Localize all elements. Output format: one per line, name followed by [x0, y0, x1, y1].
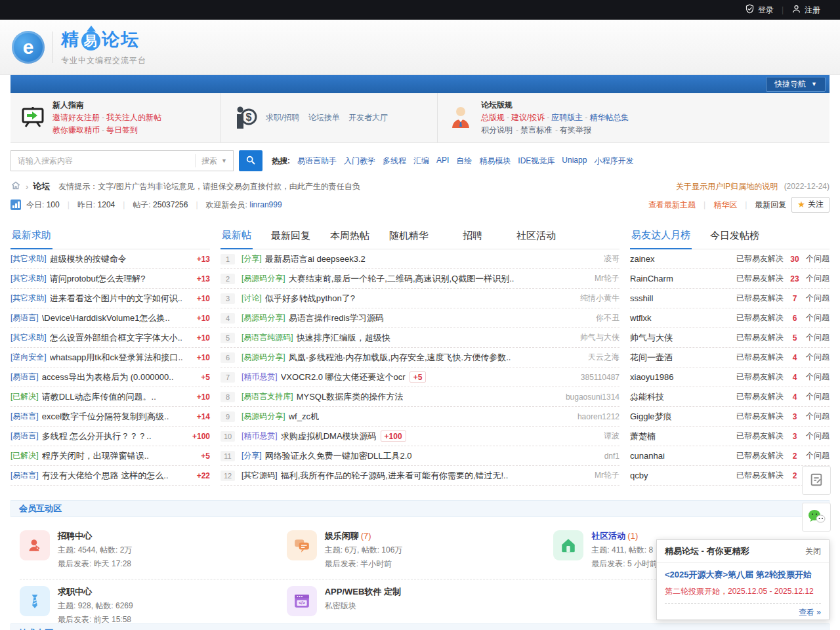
rank-list-item[interactable]: 尛能科技 已帮易友解决 4 个问题	[630, 387, 830, 407]
rank-username[interactable]: Giggle梦痕	[630, 411, 672, 423]
help-list-item[interactable]: [易语言] excel数字千位分隔符复制到高级.. +14	[10, 407, 210, 427]
rank-username[interactable]: qcby	[630, 471, 648, 480]
post-list-item[interactable]: 6 [易源码分享] 凤凰-多线程池-内存加载版,内存安全,速度飞快.方便传参数.…	[220, 348, 620, 368]
rank-username[interactable]: 帅气与大侠	[630, 332, 673, 344]
wechat-widget-button[interactable]	[802, 503, 831, 532]
hot-search-link[interactable]: 汇编	[413, 156, 429, 167]
earn-coins-link[interactable]: 教你赚取精币	[52, 125, 100, 135]
help-list-item[interactable]: [已解决] 请教DLL动态库传值的问题。.. +10	[10, 387, 210, 407]
home-icon[interactable]	[10, 180, 21, 192]
post-list-item[interactable]: 12 [其它源码] 福利,我所有作品的轮子源码,进来看可能有你需要的,错过无!.…	[220, 466, 620, 486]
post-list-item[interactable]: 7 [精币悬赏] VXOCR2.0 哪位大佬还要这个ocr +5 3851104…	[220, 368, 620, 387]
popup-view-link[interactable]: 查看 »	[799, 608, 821, 617]
tab-latest-help[interactable]: 最新求助	[10, 229, 52, 249]
login-button[interactable]: 登录	[737, 4, 782, 16]
rank-list-item[interactable]: Giggle梦痕 已帮易友解决 3 个问题	[630, 407, 830, 427]
feedback-widget-button[interactable]	[802, 466, 831, 495]
rank-username[interactable]: ssshill	[630, 293, 653, 303]
rank-list-item[interactable]: wtflxk 已帮易友解决 6 个问题	[630, 308, 830, 328]
post-list-item[interactable]: 10 [精币悬赏] 求购虚拟机DMA模块源码 +100 谭波	[220, 427, 620, 446]
help-list-item[interactable]: [其它求助] 请问protobuf怎么去理解? +13	[10, 269, 210, 289]
popup-announcement-link[interactable]: <2025开源大赛>第八届 第2轮投票开始	[665, 569, 821, 581]
tab-recruit[interactable]: 招聘	[461, 230, 484, 249]
daily-signin-link[interactable]: 每日签到	[106, 125, 138, 135]
help-list-item[interactable]: [易语言] 有没有大佬给个思路 这样的怎么.. +22	[10, 466, 210, 486]
quick-nav-button[interactable]: 快捷导航 ▼	[766, 77, 826, 92]
digest-collection-link[interactable]: 精华帖总集	[589, 113, 629, 122]
points-info-link[interactable]: 积分说明	[481, 125, 513, 135]
rank-list-item[interactable]: qcby 已帮易友解决 2 个问题	[630, 466, 830, 486]
post-list-item[interactable]: 5 [易语言纯源码] 快速排序汇编版，超级快 帅气与大侠	[220, 328, 620, 348]
help-list-item[interactable]: [易语言] access导出为表格后为 (0.000000.. +5	[10, 368, 210, 387]
post-list-item[interactable]: 11 [分享] 网络验证永久免费一键加密DLL工具2.0 dnf1	[220, 446, 620, 466]
ip-notice-link[interactable]: 关于显示用户IP归属地的说明	[676, 182, 778, 191]
rank-list-item[interactable]: 花间一壶酒 已帮易友解决 4 个问题	[630, 348, 830, 368]
followed-posts-link[interactable]: 我关注人的新帖	[106, 113, 161, 122]
rank-list-item[interactable]: 萧楚楠 已帮易友解决 3 个问题	[630, 427, 830, 446]
site-logo[interactable]: e 精易论坛 专业中文编程交流平台	[12, 28, 146, 66]
suggest-complaint-link[interactable]: 建议/投诉	[511, 113, 545, 122]
post-list-item[interactable]: 4 [易源码分享] 易语言操作redis学习源码 你不丑	[220, 308, 620, 328]
post-list-item[interactable]: 2 [易源码分享] 大赛结束前,最后一个轮子,二维码,高速识别,Q截图一样识别.…	[220, 269, 620, 289]
tab-monthly-rank[interactable]: 易友达人月榜	[630, 229, 692, 249]
tab-week-hot[interactable]: 本周热帖	[329, 230, 371, 249]
forum-card-app-custom[interactable]: </> APP/WEB软件 定制 私密版块	[287, 579, 554, 630]
rank-username[interactable]: xiaoyu1986	[630, 372, 674, 382]
rank-username[interactable]: wtflxk	[630, 313, 652, 323]
post-list-item[interactable]: 9 [易源码分享] wf_zc机 haoren1212	[220, 407, 620, 427]
forum-card-chat[interactable]: 娱乐闲聊(7) 主题: 6万, 帖数: 106万 最后发表: 半小时前	[287, 524, 554, 579]
developer-hall-link[interactable]: 开发者大厅	[348, 113, 388, 122]
hot-search-link[interactable]: Uniapp	[562, 156, 587, 167]
breadcrumb-forum-link[interactable]: 论坛	[33, 180, 50, 192]
popup-close-button[interactable]: 关闭	[805, 546, 821, 557]
tab-latest-replies[interactable]: 最新回复	[270, 230, 312, 249]
rank-username[interactable]: RainCharm	[630, 274, 673, 284]
hot-search-link[interactable]: API	[436, 156, 449, 167]
help-list-item[interactable]: [其它求助] 超级模块的按键命令 +13	[10, 249, 210, 269]
forum-orders-link[interactable]: 论坛接单	[308, 113, 340, 122]
hot-search-link[interactable]: 精易模块	[479, 156, 511, 167]
rank-list-item[interactable]: cunanhai 已帮易友解决 2 个问题	[630, 446, 830, 466]
report-reward-link[interactable]: 有奖举报	[560, 125, 591, 135]
help-list-item[interactable]: [逆向安全] whatsapp用tk和ck登录算法和接口.. +10	[10, 348, 210, 368]
hot-search-link[interactable]: 入门教学	[344, 156, 375, 167]
rank-username[interactable]: 萧楚楠	[630, 430, 656, 442]
rank-username[interactable]: cunanhai	[630, 451, 665, 461]
tab-random-digest[interactable]: 随机精华	[388, 230, 430, 249]
apply-moderator-link[interactable]: 应聘版主	[551, 113, 583, 122]
job-seek-link[interactable]: 求职/招聘	[266, 113, 299, 122]
ban-standard-link[interactable]: 禁言标准	[520, 125, 552, 135]
register-button[interactable]: 注册	[784, 4, 828, 16]
digest-area-link[interactable]: 精华区	[713, 200, 737, 211]
post-list-item[interactable]: 8 [易语言支持库] MYSQL数据库类的操作方法 bugaosuni1314	[220, 387, 620, 407]
rank-list-item[interactable]: RainCharm 已帮易友解决 23 个问题	[630, 269, 830, 289]
hot-search-link[interactable]: 小程序开发	[594, 156, 633, 167]
rank-list-item[interactable]: zainex 已帮易友解决 30 个问题	[630, 249, 830, 269]
search-type-select[interactable]: 搜索 ▼	[195, 154, 233, 167]
new-member-link[interactable]: linran999	[249, 200, 282, 209]
hot-search-link[interactable]: 易语言助手	[297, 156, 337, 167]
rank-username[interactable]: 花间一壶酒	[630, 352, 673, 364]
rank-username[interactable]: 尛能科技	[630, 391, 664, 403]
general-rules-link[interactable]: 总版规	[481, 113, 505, 122]
post-list-item[interactable]: 1 [分享] 最新易语言ai deepseek3.2 凌哥	[220, 249, 620, 269]
help-list-item[interactable]: [已解决] 程序关闭时，出现弹窗错误.. +5	[10, 446, 210, 466]
tab-community[interactable]: 社区活动	[515, 230, 557, 249]
post-list-item[interactable]: 3 [讨论] 似乎好多转战python了? 纯情小黄牛	[220, 289, 620, 308]
invite-friends-link[interactable]: 邀请好友注册	[52, 113, 100, 122]
latest-topics-link[interactable]: 查看最新主题	[648, 200, 696, 211]
search-input[interactable]	[11, 156, 195, 165]
forum-card-recruit-center[interactable]: 招聘中心 主题: 4544, 帖数: 2万 最后发表: 昨天 17:28	[20, 524, 287, 579]
rank-list-item[interactable]: ssshill 已帮易友解决 7 个问题	[630, 289, 830, 308]
help-list-item[interactable]: [易语言] \Device\HarddiskVolume1怎么换.. +10	[10, 308, 210, 328]
follow-button[interactable]: ★ 关注	[791, 197, 830, 213]
rank-username[interactable]: zainex	[630, 254, 655, 264]
help-list-item[interactable]: [其它求助] 进来看看这个图片中的文字如何识.. +10	[10, 289, 210, 308]
hot-search-link[interactable]: 自绘	[456, 156, 472, 167]
hot-search-link[interactable]: 多线程	[383, 156, 406, 167]
rank-list-item[interactable]: 帅气与大侠 已帮易友解决 5 个问题	[630, 328, 830, 348]
rank-list-item[interactable]: xiaoyu1986 已帮易友解决 4 个问题	[630, 368, 830, 387]
forum-card-jobseek-center[interactable]: 求职中心 主题: 928, 帖数: 6269 最后发表: 前天 15:58	[20, 579, 287, 630]
search-button[interactable]	[239, 150, 262, 171]
help-list-item[interactable]: [易语言] 多线程 怎么分开执行？？？.. +100	[10, 427, 210, 446]
